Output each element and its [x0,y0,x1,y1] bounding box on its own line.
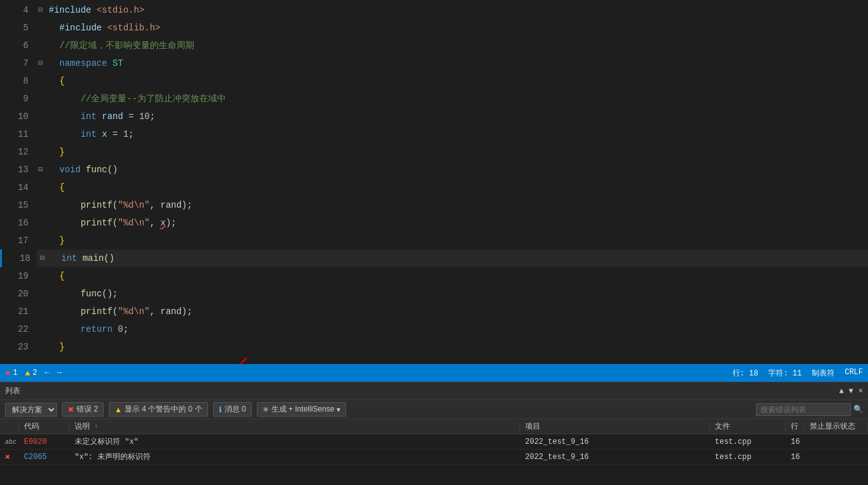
fold-indicator[interactable]: ⊟ [35,1,46,19]
nav-right-icon: → [57,368,61,377]
build-label: 生成 + IntelliSense [271,404,335,415]
error-icon: ✖ [5,368,10,379]
solution-filter[interactable]: 解决方案 [5,403,57,417]
panel-down-icon[interactable]: ▼ [849,387,853,396]
code-line: 6 //限定域，不影响变量的生命周期 [0,37,868,54]
panel-toolbar: 解决方案 ✖ 错误 2 ▲ 显示 4 个警告中的 0 个 ℹ 消息 0 ✳ 生成… [0,400,868,419]
row-code: E0020 [19,436,70,448]
line-number: 10 [0,108,35,125]
fold-indicator [35,125,46,143]
error-count: 1 [13,368,17,377]
code-line: 9 //全局变量--为了防止冲突放在域中 [0,90,868,108]
error-filter-button[interactable]: ✖ 错误 2 [62,402,104,417]
row-indicator: 行: 18 [733,368,759,379]
row-file: test.cpp [710,436,786,448]
info-filter-button[interactable]: ℹ 消息 0 [213,402,252,417]
line-number: 17 [0,232,35,249]
code-content: { [46,72,868,90]
col-header-code[interactable]: 代码 [19,421,70,432]
code-content: int main() [48,249,868,267]
line-number: 4 [0,1,35,19]
error-table-header: 代码 说明 ↑ 项目 文件 行 禁止显示状态 [0,419,868,434]
panel-title-bar: 列表 ▲ ▼ × [0,382,868,400]
line-number: 20 [0,285,35,303]
code-line: 15 printf("%d\n", rand); [0,196,868,214]
line-number: 11 [0,125,35,143]
code-line: 11 int x = 1; [0,125,868,143]
code-content: #include <stdio.h> [46,1,868,19]
warning-filter-button[interactable]: ▲ 显示 4 个警告中的 0 个 [109,402,208,417]
code-line: 13⊟ void func() [0,161,868,179]
line-number: 5 [0,19,35,37]
code-line: 14 { [0,179,868,196]
panel-up-icon[interactable]: ▲ [839,387,843,396]
build-icon: ✳ [263,405,269,414]
line-ending: CRLF [845,368,863,379]
info-filter-icon: ℹ [219,405,222,414]
error-table: 代码 说明 ↑ 项目 文件 行 禁止显示状态 abcE0020未定义标识符 "x… [0,419,868,485]
code-line: 5 #include <stdlib.h> [0,19,868,37]
col-header-description[interactable]: 说明 ↑ [70,421,520,432]
col-header-suppress[interactable]: 禁止显示状态 [805,421,868,432]
code-line: 8 { [0,72,868,90]
code-lines: 4⊟#include <stdio.h>5 #include <stdlib.h… [0,0,868,356]
solution-select[interactable]: 解决方案 [5,403,57,417]
build-filter-button[interactable]: ✳ 生成 + IntelliSense ▾ [257,402,347,417]
fold-indicator[interactable]: ⊟ [35,161,46,179]
fold-indicator [35,267,46,285]
panel-close-button[interactable]: × [859,387,863,396]
line-number: 14 [0,179,35,196]
code-content: namespace ST [46,54,868,72]
table-row[interactable]: ✖C2065"x": 未声明的标识符2022_test_9_16test.cpp… [0,450,868,465]
col-header-project[interactable]: 项目 [520,421,710,432]
status-bar: ✖ 1 ▲ 2 ← → 行: 18 字符: 11 制表符 CRLF [0,364,868,382]
row-file: test.cpp [710,451,786,463]
tab-format: 制表符 [812,368,834,379]
row-line: 16 [786,451,805,463]
row-suppress [805,441,868,443]
search-input[interactable] [756,403,851,416]
search-box: 🔍 [756,403,863,416]
table-row[interactable]: abcE0020未定义标识符 "x"2022_test_9_16test.cpp… [0,434,868,450]
nav-prev[interactable]: ← [45,368,49,377]
col-header-file[interactable]: 文件 [710,421,786,432]
error-filter-icon: ✖ [68,405,74,414]
fold-indicator [35,285,46,303]
row-description: "x": 未声明的标识符 [70,450,520,463]
warning-filter-icon: ▲ [115,405,122,414]
fold-indicator [35,338,46,356]
code-content: { [46,179,868,196]
fold-indicator [35,19,46,37]
code-content: printf("%d\n", rand); [46,303,868,320]
code-line: 23 } [0,338,868,356]
code-line: 4⊟#include <stdio.h> [0,1,868,19]
code-content: #include <stdlib.h> [46,19,868,37]
line-number: 13 [0,161,35,179]
line-number: 23 [0,338,35,356]
info-filter-label: 消息 0 [225,404,246,415]
line-number: 16 [0,214,35,232]
line-number: 21 [0,303,35,320]
col-indicator: 字符: 11 [768,368,802,379]
fold-indicator[interactable]: ⊟ [37,249,48,267]
error-filter-label: 错误 2 [77,404,98,415]
code-line: 10 int rand = 10; [0,108,868,125]
fold-indicator [35,179,46,196]
fold-indicator [35,196,46,214]
code-line: 17 } [0,232,868,249]
nav-next[interactable]: → [57,368,61,377]
fold-indicator [35,90,46,108]
row-icon: ✖ [0,451,19,463]
code-content: return 0; [46,320,868,338]
row-line: 16 [786,436,805,448]
code-content: int rand = 10; [46,108,868,125]
warning-count-item[interactable]: ▲ 2 [25,368,37,378]
code-content: } [46,143,868,161]
code-line: 21 printf("%d\n", rand); [0,303,868,320]
fold-indicator[interactable]: ⊟ [35,54,46,72]
col-header-line[interactable]: 行 [786,421,805,432]
code-content: printf("%d\n", x); [46,214,868,232]
fold-indicator [35,108,46,125]
error-count-item[interactable]: ✖ 1 [5,368,18,379]
code-line: 19 { [0,267,868,285]
